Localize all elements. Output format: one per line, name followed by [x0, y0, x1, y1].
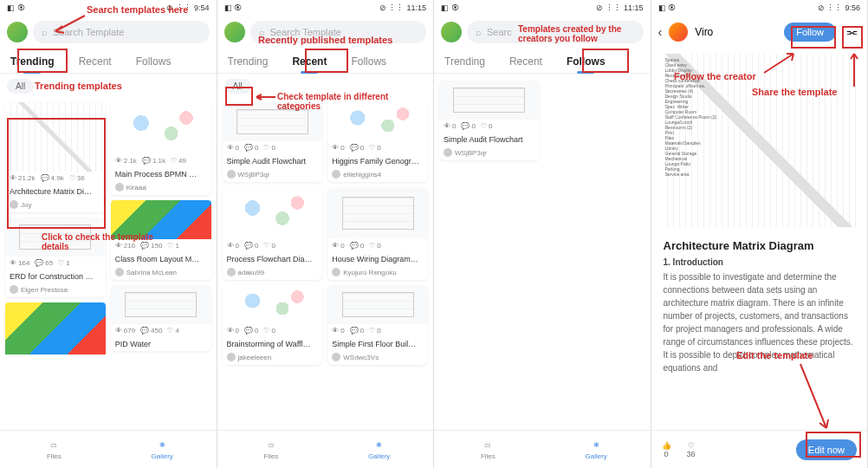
tab-recent[interactable]: Recent — [506, 49, 546, 73]
matrix-row-labels: SpacesClient entryLobby/DisplayReception… — [665, 57, 717, 177]
template-card[interactable]: 👁 164💬 65♡ 1 ERD for Construction … Elge… — [5, 218, 106, 297]
tab-trending[interactable]: Trending — [224, 49, 272, 73]
folder-icon: ▭ — [46, 439, 62, 452]
screen-recent: ◧ ⦿⊘ ⋮⋮11:15 ⌕Search Template Trending R… — [217, 0, 435, 468]
card-title: Class Room Layout M… — [111, 252, 211, 266]
back-icon[interactable]: ‹ — [658, 25, 663, 39]
template-card[interactable]: 👁 0💬 0♡ 0 Brainstorming of Waffl… jakeel… — [223, 285, 323, 365]
author-avatar — [10, 200, 18, 209]
screen-detail: ◧ ⦿⊘ ⋮⋮9:56 ‹ Viro Follow ⫘ SpacesClient… — [651, 0, 869, 468]
avatar[interactable] — [224, 22, 245, 42]
comments: 💬 4.9k — [41, 174, 64, 182]
template-title: Architecture Matrix Diagram — [664, 239, 856, 252]
nav-files[interactable]: ▭Files — [434, 431, 542, 468]
status-bar: ◧ ⦿ ⊘ ⋮⋮9:54 — [0, 0, 217, 16]
template-card[interactable]: 👁 0💬 0♡ 0 Process Flowchart Dia… adaku99 — [223, 187, 323, 280]
status-icons: ⊘ ⋮⋮ — [166, 3, 191, 12]
search-icon: ⌕ — [42, 27, 48, 37]
like-button[interactable]: 👍0 — [662, 441, 671, 458]
template-card[interactable]: 👁 21.2k💬 4.9k♡ 36 Architecture Matrix Di… — [5, 102, 106, 212]
search-input[interactable]: ⌕Searc — [467, 21, 644, 43]
search-icon: ⌕ — [476, 27, 482, 37]
signal-icon: ◧ ⦿ — [7, 3, 25, 12]
template-card[interactable]: 👁 0💬 0♡ 0 Simple Audit Flowchart WSjBP3q… — [223, 102, 323, 182]
avatar[interactable] — [441, 22, 462, 42]
template-card[interactable]: 👁 0💬 0♡ 0 Higgins Family Genogr… elliehi… — [327, 102, 428, 182]
tab-recent[interactable]: Recent — [75, 49, 115, 73]
likes: ♡ 36 — [69, 174, 85, 182]
thumbnail — [5, 218, 106, 257]
screen-trending: ◧ ⦿ ⊘ ⋮⋮9:54 ⌕ Search Template Trending … — [0, 0, 217, 468]
thumbnail — [5, 302, 106, 354]
thumbsup-icon: 👍 — [662, 441, 671, 450]
card-title: Main Process BPMN … — [111, 167, 211, 181]
tab-trending[interactable]: Trending — [7, 49, 58, 73]
thumbnail — [111, 200, 211, 239]
tab-follows[interactable]: Follows — [133, 49, 175, 73]
heart-button[interactable]: ♡36 — [687, 441, 696, 458]
heart-icon: ♡ — [688, 441, 695, 450]
nav-gallery[interactable]: ❋Gallery — [108, 431, 217, 468]
nav-gallery[interactable]: ❋Gallery — [542, 431, 651, 468]
card-title: Architecture Matrix Di… — [5, 185, 106, 198]
chip-all[interactable]: All — [224, 79, 251, 94]
thumbnail — [111, 285, 211, 324]
search-input[interactable]: ⌕ Search Template — [33, 21, 210, 43]
section-heading: 1. Introduction — [664, 257, 856, 267]
template-card[interactable]: 👁 216💬 150♡ 1 Class Room Layout M… Sabri… — [111, 200, 211, 280]
tab-trending[interactable]: Trending — [441, 49, 489, 73]
author-name: Joy — [21, 201, 31, 209]
edit-now-button[interactable]: Edit now — [796, 439, 857, 460]
template-card[interactable]: 👁 0💬 0♡ 0 House Wiring Diagram… Kyojuro … — [327, 187, 428, 280]
views: 👁 21.2k — [10, 174, 36, 182]
gallery-icon: ❋ — [154, 439, 170, 452]
search-icon: ⌕ — [259, 27, 265, 37]
status-time: 9:54 — [194, 3, 210, 12]
tab-follows[interactable]: Follows — [347, 49, 390, 73]
tab-recent[interactable]: Recent — [288, 49, 330, 73]
description-text: It is possible to investigate and determ… — [664, 270, 856, 374]
creator-name: Viro — [695, 26, 777, 38]
nav-gallery[interactable]: ❋Gallery — [325, 431, 433, 468]
follow-button[interactable]: Follow — [784, 23, 836, 42]
search-input[interactable]: ⌕Search Template — [250, 21, 427, 43]
thumbnail — [111, 102, 211, 154]
share-icon[interactable]: ⫘ — [843, 23, 860, 41]
nav-files[interactable]: ▭Files — [217, 431, 326, 468]
template-preview[interactable]: SpacesClient entryLobby/DisplayReception… — [662, 54, 858, 227]
nav-files[interactable]: ▭Files — [0, 431, 108, 468]
search-placeholder: Search Template — [53, 27, 124, 37]
template-card[interactable]: 👁 2.1k💬 1.1k♡ 49 Main Process BPMN … Kir… — [111, 102, 211, 195]
tab-follows[interactable]: Follows — [563, 49, 609, 73]
thumbnail — [5, 102, 106, 172]
card-title: ERD for Construction … — [5, 270, 106, 283]
creator-avatar[interactable] — [669, 23, 688, 42]
template-card[interactable]: 👁 679💬 450♡ 4 PID Water — [111, 285, 211, 351]
screen-follows: ◧ ⦿⊘ ⋮⋮11:15 ⌕Searc Trending Recent Foll… — [434, 0, 651, 468]
avatar[interactable] — [7, 22, 28, 42]
card-title: PID Water — [111, 337, 211, 351]
template-card[interactable] — [5, 302, 106, 354]
chip-all[interactable]: All — [7, 79, 34, 94]
template-card[interactable]: 👁 0💬 0♡ 0 Simple First Floor Buil… WSdwc… — [327, 285, 428, 365]
template-card[interactable]: 👁 0💬 0♡ 0 Simple Audit Flowchart WSjBP3q… — [439, 81, 540, 160]
